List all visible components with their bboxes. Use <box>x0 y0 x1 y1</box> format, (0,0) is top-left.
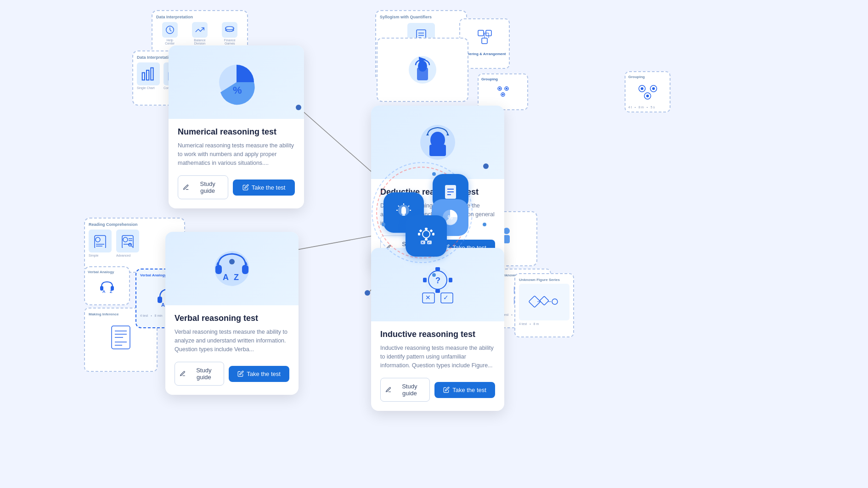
hub-dot-left <box>382 223 385 226</box>
svg-text:?: ? <box>435 276 440 285</box>
numerical-test-button[interactable]: Take the test <box>233 179 295 196</box>
svg-text:✕: ✕ <box>425 294 431 301</box>
numerical-study-button[interactable]: Study guide <box>178 175 228 199</box>
verbal-bg-label: Reading Comprehension <box>89 222 180 227</box>
inductive-title: Inductive reasoning test <box>380 330 495 339</box>
verbal-study-button[interactable]: Study guide <box>175 362 224 386</box>
svg-point-35 <box>430 132 445 148</box>
svg-point-47 <box>129 243 131 246</box>
verbal-preview: A Z <box>165 232 299 305</box>
verbal-thumb-advanced <box>116 230 139 252</box>
inductive-desc: Inductive reasoning tests measure the ab… <box>380 344 495 370</box>
hub-icon-cluster: % ✕ ✓ <box>383 174 468 259</box>
svg-point-27 <box>506 88 507 90</box>
svg-text:Z: Z <box>110 289 113 294</box>
svg-rect-64 <box>242 265 248 274</box>
svg-point-5 <box>225 27 234 30</box>
svg-text:✓: ✓ <box>428 241 430 244</box>
svg-rect-8 <box>151 68 153 80</box>
svg-rect-116 <box>425 228 428 230</box>
hub-dot-right <box>483 223 486 226</box>
svg-rect-7 <box>147 70 149 80</box>
connector-dot-deductive <box>483 163 489 169</box>
svg-rect-6 <box>142 73 145 80</box>
svg-rect-120 <box>419 229 422 232</box>
numerical-actions: Study guide Take the test <box>178 175 295 199</box>
svg-rect-118 <box>418 233 420 236</box>
numerical-bg-label: Data Interpretation <box>156 15 243 19</box>
svg-rect-19 <box>482 38 487 44</box>
numerical-thumb-1 <box>162 22 178 38</box>
verbal-desc: Verbal reasoning tests measure the abili… <box>175 328 289 353</box>
svg-text:%: % <box>448 214 453 221</box>
svg-line-110 <box>398 206 399 207</box>
inductive-card-body: Inductive reasoning test Inductive reaso… <box>371 321 504 411</box>
svg-text:✕: ✕ <box>421 241 424 244</box>
inductive-actions: Study guide Take the test <box>380 378 495 402</box>
svg-text:A: A <box>223 273 229 282</box>
svg-rect-94 <box>435 289 440 293</box>
numerical-thumb-2 <box>192 22 208 38</box>
svg-rect-96 <box>449 278 452 282</box>
numerical-card: % Numerical reasoning test Numerical rea… <box>169 45 304 208</box>
svg-point-31 <box>418 61 427 72</box>
svg-point-39 <box>96 237 100 242</box>
svg-rect-81 <box>540 296 549 305</box>
inductive-test-button[interactable]: Take the test <box>434 382 495 398</box>
svg-point-131 <box>646 95 649 97</box>
hub-dot-bottom <box>432 273 436 277</box>
svg-line-109 <box>408 206 409 207</box>
numerical-title: Numerical reasoning test <box>178 127 295 137</box>
svg-rect-119 <box>432 233 434 236</box>
svg-rect-117 <box>425 238 428 241</box>
svg-point-26 <box>499 88 501 90</box>
verbal-analogy-label: Verbal Analogy <box>88 270 126 274</box>
verbal-thumb-simple <box>89 230 112 252</box>
svg-rect-107 <box>402 214 405 216</box>
inductive-figure-label: Unknown Figure Series <box>519 278 569 282</box>
verbal-analogy-bg: Verbal Analogy A Z <box>84 266 130 305</box>
center-hub: % ✕ ✓ <box>383 174 485 275</box>
verbal-actions: Study guide Take the test <box>175 362 289 386</box>
svg-point-28 <box>502 94 504 95</box>
verbal-test-button[interactable]: Take the test <box>229 366 289 382</box>
numerical-chart-1 <box>137 62 160 85</box>
svg-text:✓: ✓ <box>443 294 449 301</box>
inductive-figure-bg: Unknown Figure Series 4 test•8 m <box>514 273 574 337</box>
svg-rect-17 <box>478 30 484 36</box>
svg-text:%: % <box>233 84 242 96</box>
deductive-bg-card-2 <box>377 38 468 102</box>
connector-dot-inductive <box>365 290 370 296</box>
svg-point-115 <box>423 230 430 238</box>
deductive-bg-label: Syllogism with Quantifiers <box>380 15 462 19</box>
inductive-study-button[interactable]: Study guide <box>380 378 430 402</box>
connector-dot-verbal <box>229 259 235 264</box>
numerical-card-body: Numerical reasoning test Numerical reaso… <box>169 119 304 208</box>
svg-point-129 <box>641 87 643 90</box>
deductive-mini-2: Grouping <box>478 73 528 110</box>
verbal-card: A Z Verbal reasoning test Verbal reasoni… <box>165 232 299 395</box>
svg-point-82 <box>552 299 558 304</box>
svg-point-43 <box>123 237 128 242</box>
svg-rect-95 <box>423 278 427 282</box>
numerical-desc: Numerical reasoning tests measure the ab… <box>178 141 295 167</box>
verbal-title: Verbal reasoning test <box>175 314 289 323</box>
connector-dot-numerical <box>296 105 301 110</box>
numerical-preview: % <box>169 45 304 119</box>
svg-rect-63 <box>215 265 222 274</box>
svg-point-130 <box>652 87 655 90</box>
svg-text:Z: Z <box>234 273 239 282</box>
svg-text:A: A <box>102 289 106 294</box>
deductive-mini-label-1: Ordering & Arrangement <box>463 52 506 56</box>
hub-dot-top <box>432 172 436 176</box>
grouping-label: Grouping <box>628 75 667 79</box>
deductive-grouping-card: Grouping 4 t•8 m•5 s <box>625 71 671 112</box>
hub-gear-icon: ✕ ✓ <box>406 215 447 257</box>
svg-rect-121 <box>429 229 433 232</box>
verbal-card-body: Verbal reasoning test Verbal reasoning t… <box>165 305 299 395</box>
deductive-mini-label-2: Grouping <box>481 77 524 81</box>
svg-text:A: A <box>161 302 165 308</box>
numerical-thumb-3 <box>222 22 237 38</box>
